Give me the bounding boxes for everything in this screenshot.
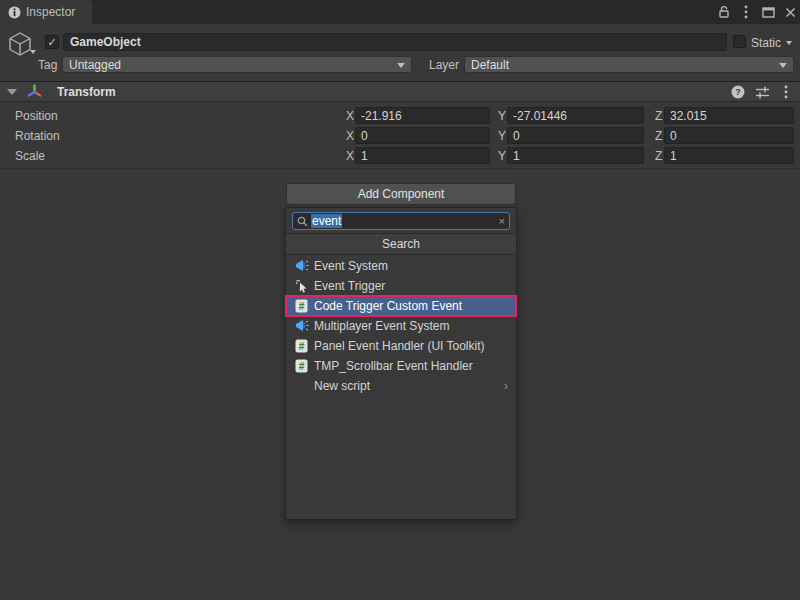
transform-icon: [26, 83, 43, 100]
result-label: Event System: [314, 259, 388, 273]
result-label: Code Trigger Custom Event: [314, 299, 462, 313]
axis-y-label: Y: [498, 129, 506, 143]
add-component-popup: event × Search Event System Event Trigge…: [285, 207, 517, 520]
result-label: Panel Event Handler (UI Toolkit): [314, 339, 485, 353]
position-y-field[interactable]: -27.01446: [507, 107, 644, 124]
scale-z-field[interactable]: 1: [664, 147, 794, 164]
static-flags-arrow[interactable]: [786, 41, 792, 45]
submenu-chevron-icon: ›: [504, 379, 508, 393]
axis-x-label: X: [346, 109, 354, 123]
gameobject-cube-icon[interactable]: [6, 30, 40, 60]
axis-x-label: X: [346, 129, 354, 143]
title-bar: Inspector: [0, 0, 800, 24]
search-input[interactable]: event ×: [292, 212, 510, 230]
help-icon[interactable]: ?: [730, 84, 746, 100]
inspector-window: Inspector ✓ GameObjec: [0, 0, 800, 600]
result-label: TMP_Scrollbar Event Handler: [314, 359, 473, 373]
csharp-script-icon: #: [294, 299, 309, 314]
axis-z-label: Z: [655, 109, 662, 123]
scale-x-field[interactable]: 1: [355, 147, 490, 164]
csharp-script-icon: #: [294, 339, 309, 354]
event-system-icon: [294, 259, 309, 274]
result-label: Multiplayer Event System: [314, 319, 449, 333]
search-value: event: [311, 214, 342, 228]
result-multiplayer-event-system[interactable]: Multiplayer Event System: [286, 316, 516, 336]
scale-y-field[interactable]: 1: [507, 147, 644, 164]
window-controls: [716, 0, 798, 24]
maximize-icon[interactable]: [760, 4, 776, 20]
result-tmp-scrollbar-event-handler[interactable]: # TMP_Scrollbar Event Handler: [286, 356, 516, 376]
svg-text:#: #: [299, 361, 305, 372]
static-label: Static: [751, 36, 781, 50]
close-icon[interactable]: [782, 4, 798, 20]
tag-value: Untagged: [69, 58, 121, 72]
rotation-z-field[interactable]: 0: [664, 127, 794, 144]
chevron-down-icon: [397, 63, 405, 68]
rotation-x-field[interactable]: 0: [355, 127, 490, 144]
axis-z-label: Z: [655, 149, 662, 163]
icon-picker-arrow[interactable]: [30, 50, 36, 54]
foldout-arrow-icon[interactable]: [7, 89, 17, 95]
static-checkbox[interactable]: [733, 35, 746, 48]
layer-dropdown[interactable]: Default: [464, 56, 794, 73]
axis-y-label: Y: [498, 149, 506, 163]
result-event-system[interactable]: Event System: [286, 256, 516, 276]
result-label: New script: [314, 379, 370, 393]
layer-label: Layer: [429, 58, 459, 72]
search-icon: [297, 216, 308, 227]
gameobject-name-field[interactable]: GameObject: [63, 33, 727, 51]
kebab-menu-icon[interactable]: [778, 84, 794, 100]
position-z-field[interactable]: 32.015: [664, 107, 794, 124]
position-x-field[interactable]: -21.916: [355, 107, 490, 124]
rotation-label: Rotation: [15, 129, 60, 143]
svg-text:?: ?: [735, 87, 741, 97]
tab-label: Inspector: [26, 5, 75, 19]
event-trigger-icon: [294, 279, 309, 294]
position-label: Position: [15, 109, 58, 123]
layer-value: Default: [471, 58, 509, 72]
clear-search-icon[interactable]: ×: [499, 215, 505, 227]
scale-label: Scale: [15, 149, 45, 163]
rotation-y-field[interactable]: 0: [507, 127, 644, 144]
csharp-script-icon: #: [294, 359, 309, 374]
svg-text:#: #: [299, 301, 305, 312]
search-results-list: Event System Event Trigger # Code Trigge…: [286, 256, 516, 396]
result-code-trigger-custom-event[interactable]: # Code Trigger Custom Event: [286, 296, 516, 316]
result-label: Event Trigger: [314, 279, 385, 293]
info-icon: [8, 6, 21, 19]
chevron-down-icon: [779, 63, 787, 68]
search-results-header: Search: [286, 233, 516, 255]
component-title: Transform: [57, 85, 116, 99]
axis-x-label: X: [346, 149, 354, 163]
add-component-button[interactable]: Add Component: [286, 183, 516, 205]
tab-inspector[interactable]: Inspector: [0, 0, 92, 24]
tag-label: Tag: [38, 58, 57, 72]
unlock-icon[interactable]: [716, 4, 732, 20]
svg-text:#: #: [299, 341, 305, 352]
active-checkbox[interactable]: ✓: [45, 35, 59, 49]
axis-y-label: Y: [498, 109, 506, 123]
tag-dropdown[interactable]: Untagged: [62, 56, 412, 73]
presets-icon[interactable]: [754, 84, 770, 100]
kebab-menu-icon[interactable]: [738, 4, 754, 20]
divider: [0, 168, 800, 169]
result-panel-event-handler[interactable]: # Panel Event Handler (UI Toolkit): [286, 336, 516, 356]
result-event-trigger[interactable]: Event Trigger: [286, 276, 516, 296]
result-new-script[interactable]: New script ›: [286, 376, 516, 396]
axis-z-label: Z: [655, 129, 662, 143]
event-system-icon: [294, 319, 309, 334]
transform-header[interactable]: Transform ?: [0, 81, 800, 102]
